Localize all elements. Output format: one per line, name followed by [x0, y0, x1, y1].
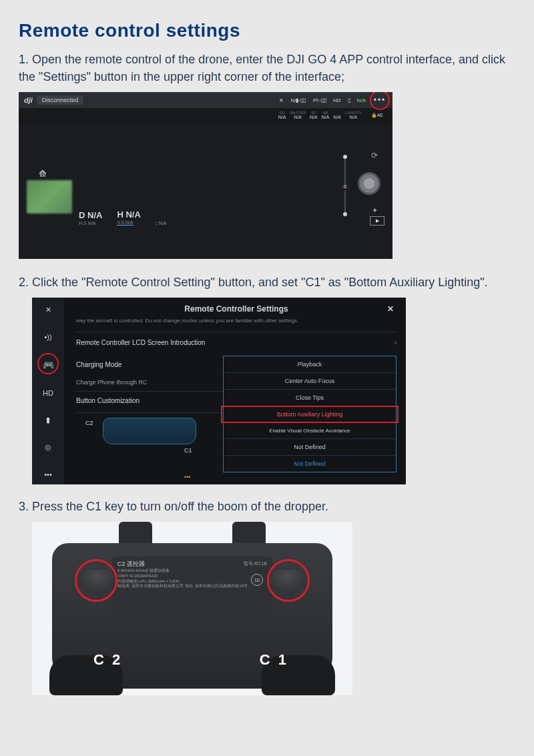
blank-value: N/A: [333, 115, 341, 119]
viewfinder-area: ⟰ ⟳ 0 ✦ D N/AH.S N/A H N/AV.S N/A ⟟ N/A …: [19, 123, 392, 230]
option-bottom-aux-lighting[interactable]: Bottom Auxiliary Lighting: [224, 406, 396, 423]
c1-column-labels: C1 •••: [184, 447, 203, 480]
panel-title: Remote Controller Settings ✕: [76, 303, 396, 318]
plate-spec3: 内置锂电池 LiPo 3950mAh = 3.83V: [117, 579, 180, 583]
plate-brand: C2 遥控器: [117, 560, 145, 567]
physical-remote-photo: C2 遥控器 型号:RC1B 5.8GHz/2.4GHz扩频通信设备 CMIIT…: [32, 522, 352, 695]
option-not-defined-1[interactable]: Not Defined: [224, 439, 396, 456]
row-button-custom: Button Customization: [76, 391, 223, 410]
step-1-text: 1. Open the remote control of the drone,…: [19, 51, 515, 85]
plate-model: 型号:RC1B: [244, 560, 267, 566]
plate-spec1: 5.8GHz/2.4GHz扩频通信设备: [117, 569, 170, 573]
takeoff-icon[interactable]: ⟰: [39, 168, 47, 179]
hd-icon: HD: [43, 389, 53, 397]
sidebar-item-gimbal[interactable]: ◎: [32, 440, 64, 454]
wb-value: N/A: [322, 115, 330, 119]
settings-button[interactable]: •••: [372, 93, 387, 107]
na-indicator: N/A: [357, 97, 366, 103]
slider-value: 0: [340, 184, 350, 191]
more-icon: •••: [374, 98, 386, 102]
highlight-ring-c2-icon: [75, 559, 117, 602]
chevron-right-icon: ›: [394, 339, 396, 346]
signal-icon: N/▮◦▯▯: [290, 97, 306, 103]
settings-sidebar: ✕ •)) 🎮 HD ▮ ◎ •••: [32, 298, 64, 484]
plate-mfr: 制造商: 深圳市大疆创新科技有限公司 地址: 深圳市南山区高新南四道18号: [117, 584, 248, 588]
ev-value: N/A: [310, 115, 318, 119]
panel-subtitle: way the aircraft is controlled. Do not c…: [76, 318, 396, 324]
dji-logo: dji: [24, 96, 33, 104]
battery-icon: ▮: [46, 416, 50, 424]
row-lcd-intro[interactable]: Remote Controller LCD Screen Introductio…: [76, 332, 396, 353]
drone-icon: ✕: [45, 306, 51, 314]
sidebar-item-rc[interactable]: 🎮: [32, 357, 64, 373]
age-label-icon: 10: [251, 574, 263, 586]
telemetry-bar: D N/AH.S N/A H N/AV.S N/A ⟟ N/A ▶: [19, 200, 392, 230]
connection-status-badge: Disconnected: [37, 95, 84, 105]
remote-controller-icon: 🎮: [43, 360, 54, 370]
page-title: Remote control settings: [19, 20, 515, 41]
dji-app-screenshot: dji Disconnected ✕ N/▮◦▯▯ 🎮◦▯▯ HD ▯ N/A …: [19, 92, 392, 259]
hd-label: HD: [333, 97, 341, 103]
option-obstacle-avoidance[interactable]: Enable Visual Obstacle Avoidance: [224, 423, 396, 439]
row-charge-phone[interactable]: Charge Phone through RC: [76, 374, 223, 391]
sensor-icon: •)): [44, 333, 51, 341]
c2-label: C 2: [93, 651, 122, 669]
extra-metric: ⟟ N/A: [156, 211, 167, 226]
option-playback[interactable]: Playback: [224, 356, 396, 373]
diagram-c2-label: C2: [85, 420, 93, 426]
play-button[interactable]: ▶: [370, 216, 384, 226]
battery-icon: ▯: [348, 97, 350, 103]
highlight-ring-c1-icon: [267, 559, 310, 602]
distance-metric: D N/AH.S N/A: [79, 211, 102, 226]
row-lcd-label: Remote Controller LCD Screen Introductio…: [76, 339, 205, 346]
rc-icon: 🎮◦▯▯: [312, 97, 326, 103]
sidebar-item-hd[interactable]: HD: [32, 386, 64, 400]
spec-plate: C2 遥控器 型号:RC1B 5.8GHz/2.4GHz扩频通信设备 CMIIT…: [112, 556, 272, 617]
more-icon: •••: [44, 470, 52, 478]
gimbal-icon: ◎: [45, 443, 51, 451]
option-center-af[interactable]: Center Auto Focus: [224, 373, 396, 390]
settings-panel: Remote Controller Settings ✕ way the air…: [64, 298, 406, 484]
option-close-tips[interactable]: Close Tips: [224, 390, 396, 406]
c1-label: C 1: [260, 651, 288, 669]
plate-spec2: CMIIT ID:2018AP6225: [117, 574, 158, 578]
rc-settings-screenshot: ✕ •)) 🎮 HD ▮ ◎ ••• Remote Controller Set…: [32, 298, 406, 484]
camera-settings-icon[interactable]: ⟳: [371, 151, 378, 160]
iso-value: N/A: [278, 115, 286, 119]
sidebar-item-more[interactable]: •••: [32, 468, 64, 481]
topbar-icons: ✕ N/▮◦▯▯ 🎮◦▯▯ HD ▯ N/A •••: [279, 93, 387, 107]
step-2-text: 2. Click the "Remote Control Setting" bu…: [19, 274, 515, 291]
option-not-defined-2[interactable]: Not Defined: [224, 456, 396, 472]
sidebar-item-aircraft[interactable]: ✕: [32, 303, 64, 317]
rc-diagram: C2 C1: [76, 412, 223, 444]
drone-icon: ✕: [279, 97, 284, 103]
sidebar-item-sensors[interactable]: •)): [32, 330, 64, 344]
ae-lock-icon[interactable]: 🔒AE: [371, 113, 383, 118]
c1-options-dropdown: Playback Center Auto Focus Close Tips Bo…: [223, 356, 396, 472]
shutter-value: N/A: [294, 115, 302, 119]
capacity-value: N/A: [350, 115, 358, 119]
app-topbar: dji Disconnected ✕ N/▮◦▯▯ 🎮◦▯▯ HD ▯ N/A …: [19, 92, 392, 108]
step-3-text: 3. Press the C1 key to turn on/off the b…: [19, 498, 515, 515]
close-button[interactable]: ✕: [387, 304, 394, 314]
row-charging-mode: Charging Mode: [76, 356, 223, 374]
height-metric: H N/AV.S N/A: [117, 210, 140, 226]
camera-params-bar: ISON/A SHUTTERN/A EVN/A WBN/A N/A CAPACI…: [19, 108, 392, 123]
sidebar-item-battery[interactable]: ▮: [32, 413, 64, 427]
shutter-button[interactable]: [358, 172, 380, 195]
